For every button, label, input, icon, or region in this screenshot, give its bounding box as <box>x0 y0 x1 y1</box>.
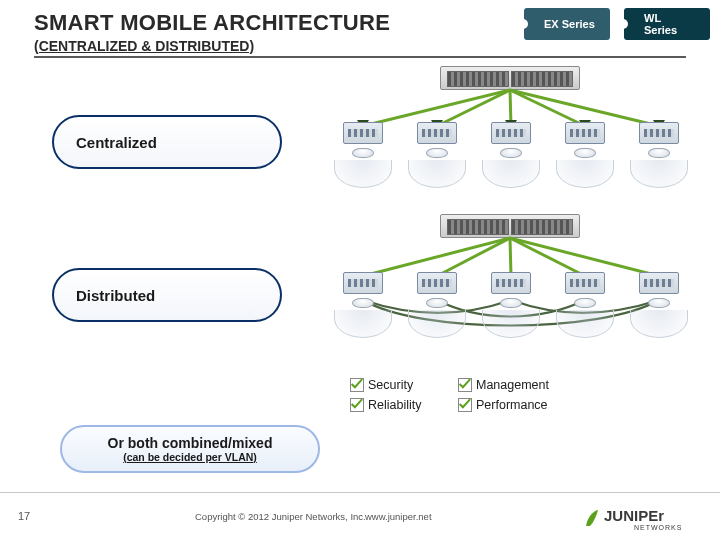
feature-reliability: Reliability <box>368 398 458 412</box>
ex-series-tag: EX Series <box>524 8 610 40</box>
access-point-icon <box>626 272 692 338</box>
access-point-icon <box>404 272 470 338</box>
feature-performance: Performance <box>476 398 586 412</box>
distributed-label-box: Distributed <box>52 268 282 322</box>
wl-series-tag: WL Series <box>624 8 710 40</box>
ex-series-label: EX Series <box>544 18 595 30</box>
svg-text:JUNIPEr: JUNIPEr <box>604 507 664 524</box>
access-point-icon <box>626 122 692 188</box>
centralized-label: Centralized <box>76 134 157 151</box>
combined-label-line1: Or both combined/mixed <box>108 435 273 451</box>
checkmark-icon <box>458 398 472 412</box>
access-point-icon <box>404 122 470 188</box>
access-point-icon <box>478 122 544 188</box>
page-number: 17 <box>18 510 30 522</box>
feature-security: Security <box>368 378 458 392</box>
combined-label-box: Or both combined/mixed (can be decided p… <box>60 425 320 473</box>
slide-footer: 17 Copyright © 2012 Juniper Networks, In… <box>0 492 720 540</box>
svg-text:NETWORKS: NETWORKS <box>634 524 682 531</box>
checkmark-icon <box>350 398 364 412</box>
juniper-logo-icon: JUNIPEr NETWORKS <box>584 504 694 532</box>
features-checklist: Security Management Reliability Performa… <box>350 378 586 412</box>
combined-label-line2: (can be decided per VLAN) <box>123 451 257 463</box>
page-subtitle: (CENTRALIZED & DISTRIBUTED) <box>34 38 686 54</box>
distributed-diagram <box>330 214 690 374</box>
centralized-diagram <box>330 66 690 211</box>
centralized-label-box: Centralized <box>52 115 282 169</box>
access-point-icon <box>330 272 396 338</box>
access-point-icon <box>478 272 544 338</box>
feature-management: Management <box>476 378 586 392</box>
access-point-icon <box>330 122 396 188</box>
checkmark-icon <box>350 378 364 392</box>
puzzle-notch-icon <box>618 19 628 29</box>
copyright-text: Copyright © 2012 Juniper Networks, Inc. <box>195 511 366 522</box>
checkmark-icon <box>458 378 472 392</box>
access-point-icon <box>552 122 618 188</box>
puzzle-notch-icon <box>518 19 528 29</box>
wl-series-label: WL Series <box>644 12 696 36</box>
access-point-icon <box>552 272 618 338</box>
juniper-logo: JUNIPEr NETWORKS <box>584 504 694 532</box>
distributed-label: Distributed <box>76 287 155 304</box>
footer-url: www.juniper.net <box>365 511 432 522</box>
